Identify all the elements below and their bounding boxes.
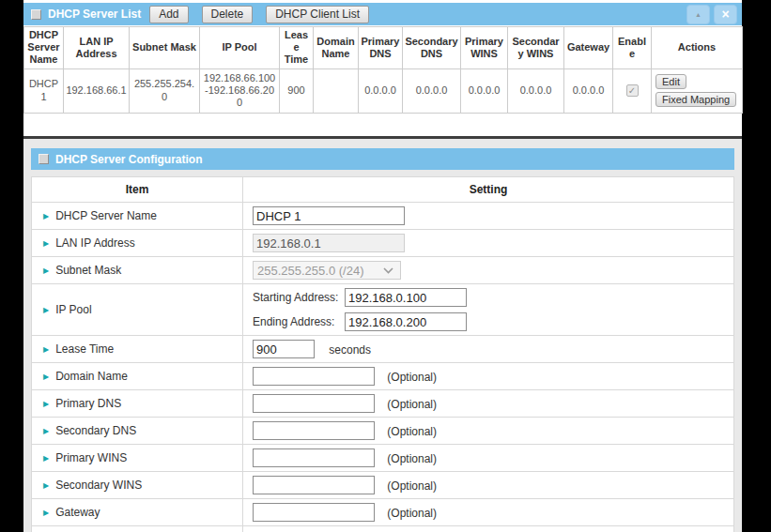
domain-name-input[interactable] bbox=[253, 367, 375, 386]
dhcp-server-configuration-panel: DHCP Server Configuration Item Setting ▶… bbox=[23, 139, 742, 532]
row-secondary-wins: ▶Secondary WINS (Optional) bbox=[32, 472, 734, 499]
col-primary-dns: Primary DNS bbox=[359, 27, 403, 69]
bullet-arrow-icon: ▶ bbox=[43, 345, 49, 354]
close-button[interactable]: × bbox=[714, 5, 737, 24]
lease-time-label: Lease Time bbox=[55, 342, 114, 356]
dhcp-server-table: DHCP Server Name LAN IP Address Subnet M… bbox=[23, 26, 743, 114]
primary-wins-input[interactable] bbox=[253, 448, 375, 467]
row-gateway: ▶Gateway (Optional) bbox=[32, 499, 734, 526]
enable-checkbox-disabled: ✓ bbox=[626, 84, 639, 97]
secondary-dns-optional-note: (Optional) bbox=[387, 425, 437, 438]
row-dhcp-server-name: ▶DHCP Server Name bbox=[32, 203, 734, 230]
col-gateway: Gateway bbox=[564, 27, 613, 69]
fixed-mapping-button[interactable]: Fixed Mapping bbox=[655, 92, 736, 107]
panel-square-icon bbox=[39, 154, 49, 164]
cell-actions: Edit Fixed Mapping bbox=[652, 68, 743, 113]
ending-address-input[interactable] bbox=[345, 312, 467, 331]
secondary-wins-label: Secondary WINS bbox=[55, 479, 142, 492]
row-lease-time: ▶Lease Time seconds bbox=[32, 336, 734, 363]
col-domain-name: Domain Name bbox=[314, 27, 359, 69]
row-secondary-dns: ▶Secondary DNS (Optional) bbox=[32, 418, 734, 445]
ip-pool-label: IP Pool bbox=[55, 303, 91, 316]
cell-enable: ✓ bbox=[613, 68, 652, 113]
bullet-arrow-icon: ▶ bbox=[43, 454, 49, 463]
secondary-dns-label: Secondary DNS bbox=[55, 424, 136, 437]
cell-name: DHCP 1 bbox=[24, 68, 64, 113]
row-subnet-mask: ▶Subnet Mask 255.255.255.0 (/24) bbox=[32, 257, 734, 284]
panel-square-icon bbox=[31, 9, 41, 20]
subnet-mask-select: 255.255.255.0 (/24) bbox=[253, 261, 401, 280]
row-ip-pool: ▶IP Pool Starting Address: Ending Addres… bbox=[32, 284, 734, 336]
col-actions: Actions bbox=[652, 27, 743, 69]
subnet-mask-value: 255.255.255.0 (/24) bbox=[257, 264, 363, 278]
panel-title: DHCP Server List bbox=[48, 8, 141, 21]
row-lan-ip-address: ▶LAN IP Address bbox=[32, 230, 734, 257]
col-dhcp-server-name: DHCP Server Name bbox=[24, 27, 64, 69]
starting-address-input[interactable] bbox=[345, 288, 467, 307]
check-icon: ✓ bbox=[628, 85, 636, 97]
delete-button[interactable]: Delete bbox=[202, 6, 254, 23]
configuration-table: Item Setting ▶DHCP Server Name ▶LAN IP A… bbox=[31, 176, 734, 532]
col-ip-pool: IP Pool bbox=[200, 27, 280, 69]
primary-dns-label: Primary DNS bbox=[55, 397, 121, 410]
col-subnet-mask: Subnet Mask bbox=[130, 27, 200, 69]
edit-button[interactable]: Edit bbox=[655, 74, 686, 89]
gateway-label: Gateway bbox=[55, 506, 100, 519]
dhcp-server-list-panel: DHCP Server List Add Delete DHCP Client … bbox=[23, 3, 742, 136]
cell-primary-dns: 0.0.0.0 bbox=[359, 68, 403, 113]
gateway-optional-note: (Optional) bbox=[387, 507, 437, 520]
configuration-header: DHCP Server Configuration bbox=[31, 148, 734, 170]
configuration-title: DHCP Server Configuration bbox=[55, 153, 202, 166]
collapse-button[interactable]: ▲ bbox=[686, 5, 710, 24]
config-header-row: Item Setting bbox=[32, 177, 734, 203]
window-buttons: ▲ × bbox=[686, 5, 737, 24]
secondary-wins-optional-note: (Optional) bbox=[387, 479, 437, 493]
primary-wins-optional-note: (Optional) bbox=[387, 452, 437, 465]
dhcp-client-list-button[interactable]: DHCP Client List bbox=[266, 6, 369, 23]
bullet-arrow-icon: ▶ bbox=[43, 212, 49, 220]
row-primary-wins: ▶Primary WINS (Optional) bbox=[32, 445, 734, 472]
page-content: DHCP Server List Add Delete DHCP Client … bbox=[23, 0, 742, 532]
domain-name-optional-note: (Optional) bbox=[387, 371, 437, 384]
gateway-input[interactable] bbox=[253, 503, 375, 522]
primary-dns-input[interactable] bbox=[253, 394, 375, 413]
col-lease-time: Lease Time bbox=[280, 27, 314, 69]
dhcp-server-name-label: DHCP Server Name bbox=[55, 209, 157, 222]
bullet-arrow-icon: ▶ bbox=[43, 509, 49, 517]
cell-gateway: 0.0.0.0 bbox=[564, 68, 613, 113]
col-enable: Enable bbox=[613, 27, 652, 69]
lan-ip-address-label: LAN IP Address bbox=[55, 236, 135, 250]
row-domain-name: ▶Domain Name (Optional) bbox=[32, 363, 734, 390]
cell-ip-pool: 192.168.66.100-192.168.66.200 bbox=[200, 68, 280, 113]
row-server: ▶Server ✓ Enable bbox=[32, 526, 734, 532]
cell-lease-time: 900 bbox=[280, 68, 314, 113]
lease-time-unit: seconds bbox=[329, 343, 371, 357]
bullet-arrow-icon: ▶ bbox=[43, 427, 49, 435]
secondary-wins-input[interactable] bbox=[253, 476, 375, 494]
cell-lan-ip: 192.168.66.1 bbox=[64, 68, 130, 113]
bullet-arrow-icon: ▶ bbox=[43, 239, 49, 248]
cell-secondary-wins: 0.0.0.0 bbox=[508, 68, 564, 113]
cell-domain-name bbox=[314, 68, 359, 113]
dhcp-server-list-header: DHCP Server List Add Delete DHCP Client … bbox=[23, 3, 742, 25]
primary-wins-label: Primary WINS bbox=[55, 451, 127, 464]
bullet-arrow-icon: ▶ bbox=[43, 266, 49, 275]
row-primary-dns: ▶Primary DNS (Optional) bbox=[32, 390, 734, 418]
col-primary-wins: Primary WINS bbox=[461, 27, 508, 69]
secondary-dns-input[interactable] bbox=[253, 421, 375, 440]
subnet-mask-label: Subnet Mask bbox=[55, 264, 121, 277]
starting-address-label: Starting Address: bbox=[253, 291, 345, 304]
col-secondary-dns: Secondary DNS bbox=[403, 27, 461, 69]
primary-dns-optional-note: (Optional) bbox=[387, 398, 437, 411]
lease-time-input[interactable] bbox=[253, 340, 315, 358]
bullet-arrow-icon: ▶ bbox=[43, 372, 49, 381]
col-lan-ip: LAN IP Address bbox=[64, 27, 130, 69]
lan-ip-address-input bbox=[253, 234, 405, 252]
cell-subnet-mask: 255.255.254.0 bbox=[130, 68, 200, 113]
table-header-row: DHCP Server Name LAN IP Address Subnet M… bbox=[24, 27, 743, 69]
dhcp-server-name-input[interactable] bbox=[253, 206, 405, 225]
table-row: DHCP 1 192.168.66.1 255.255.254.0 192.16… bbox=[24, 68, 743, 113]
bullet-arrow-icon: ▶ bbox=[43, 306, 49, 314]
add-button[interactable]: Add bbox=[149, 6, 188, 23]
bullet-arrow-icon: ▶ bbox=[43, 481, 49, 490]
